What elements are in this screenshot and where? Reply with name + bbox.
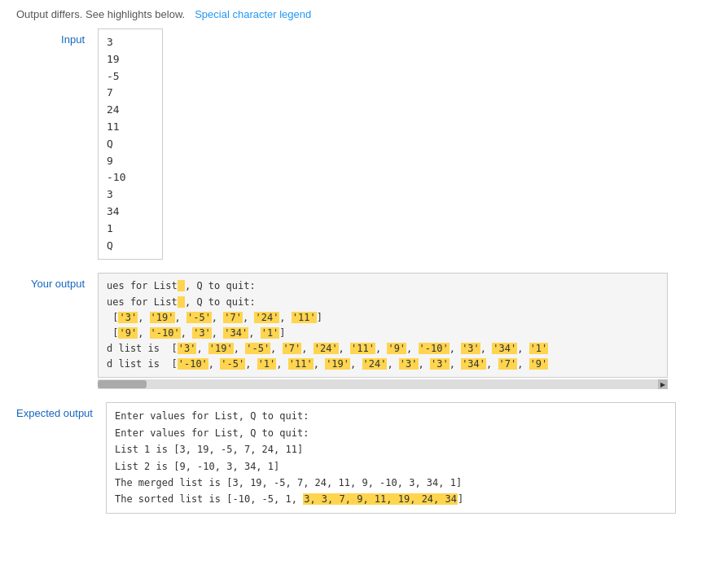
input-line: -5 [107,68,154,85]
expected-output-box: Enter values for List, Q to quit: Enter … [106,402,676,513]
input-box: 3 19 -5 7 24 11 Q 9 -10 3 34 1 Q [98,28,163,260]
input-line: 34 [107,204,154,221]
output-line: ['9', '-10', '3', '34', '1'] [107,326,659,341]
output-line: d list is ['-10', '-5', '1', '11', '19',… [107,357,659,372]
main-content: Input 3 19 -5 7 24 11 Q 9 -10 3 34 1 Q Y… [0,28,728,527]
expected-line: List 2 is [9, -10, 3, 34, 1] [115,458,667,475]
input-line: 1 [107,221,154,238]
expected-line: The merged list is [3, 19, -5, 7, 24, 11… [115,475,667,491]
input-line: Q [107,136,154,153]
diff-message: Output differs. See highlights below. [16,8,185,20]
expected-output-section: Expected output Enter values for List, Q… [16,402,712,513]
input-line: 3 [107,34,154,51]
output-line: ues for List , Q to quit: [107,278,659,294]
output-line: ['3', '19', '-5', '7', '24', '11'] [107,310,659,326]
input-label: Input [16,28,98,46]
output-line: d list is ['3', '19', '-5', '7', '24', '… [107,341,659,357]
expected-output-label: Expected output [16,402,106,419]
scrollbar-right-arrow[interactable]: ▶ [658,379,668,389]
your-output-section: Your output ues for List , Q to quit: ue… [16,273,712,389]
input-line: 3 [107,186,154,204]
input-line: Q [107,238,154,255]
legend-link[interactable]: Special character legend [195,8,311,20]
input-line: 24 [107,102,154,119]
input-line: -10 [107,169,154,186]
input-line: 19 [107,51,154,68]
scrollbar-thumb[interactable] [98,380,147,388]
expected-line: Enter values for List, Q to quit: [115,425,667,441]
input-line: 7 [107,85,154,102]
horizontal-scrollbar[interactable]: ▶ [98,379,668,389]
input-section: Input 3 19 -5 7 24 11 Q 9 -10 3 34 1 Q [16,28,712,260]
input-line: 9 [107,153,154,170]
output-line: ues for List , Q to quit: [107,295,659,310]
expected-line: List 1 is [3, 19, -5, 7, 24, 11] [115,441,667,458]
expected-line: The sorted list is [-10, -5, 1, 3, 3, 7,… [115,491,667,507]
expected-line: Enter values for List, Q to quit: [115,408,667,424]
your-output-box: ues for List , Q to quit: ues for List ,… [98,273,668,378]
your-output-label: Your output [16,273,98,290]
input-line: 11 [107,119,154,136]
top-bar: Output differs. See highlights below. Sp… [0,0,728,28]
